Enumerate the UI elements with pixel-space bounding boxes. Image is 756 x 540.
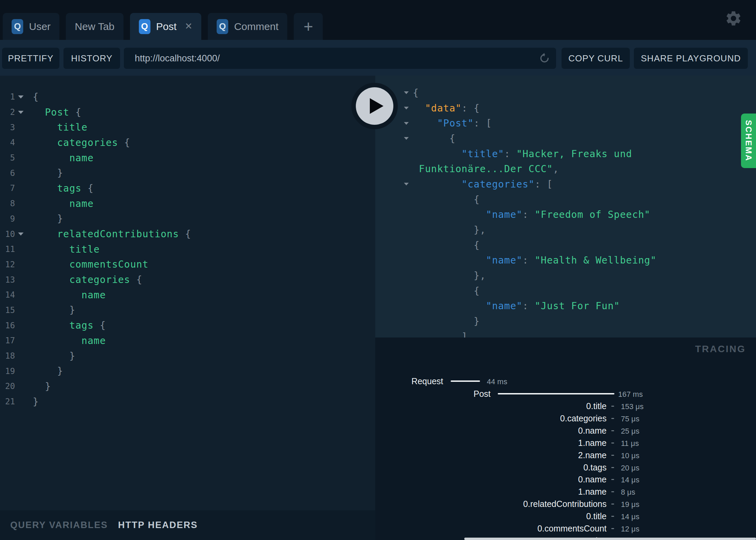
code-text: { <box>375 133 455 144</box>
trace-duration: 44 ms <box>487 377 507 386</box>
tab-label: New Tab <box>75 21 114 32</box>
code-text: categories { <box>33 137 130 148</box>
response-line: ] <box>375 329 756 338</box>
line-number: 21 <box>0 397 15 406</box>
query-editor-lines: 1{2 Post {3 title4 categories {5 name6 }… <box>0 89 375 409</box>
copy-curl-button[interactable]: COPY CURL <box>562 48 630 69</box>
trace-field-row: 0.title153 μs <box>375 401 756 411</box>
reload-endpoint-icon[interactable] <box>538 52 551 64</box>
editor-line: 11 title <box>0 242 375 257</box>
editor-line: 7 tags { <box>0 181 375 196</box>
code-text: categories { <box>33 274 142 285</box>
code-text: } <box>33 167 63 179</box>
trace-dash <box>611 479 614 480</box>
execute-query-button[interactable] <box>351 83 398 129</box>
fold-arrow-icon[interactable] <box>16 111 25 114</box>
query-variables-tab[interactable]: QUERY VARIABLES <box>10 520 108 530</box>
fold-arrow-icon[interactable] <box>403 183 410 185</box>
trace-duration: 153 μs <box>621 402 644 411</box>
history-button[interactable]: HISTORY <box>63 48 120 69</box>
trace-duration: 25 μs <box>621 427 639 436</box>
trace-label: Request <box>375 376 443 386</box>
code-text: } <box>33 381 51 392</box>
fold-arrow-icon[interactable] <box>403 91 410 94</box>
query-editor[interactable]: 1{2 Post {3 title4 categories {5 name6 }… <box>0 76 375 510</box>
trace-duration: 75 μs <box>621 415 639 423</box>
horizontal-scrollbar[interactable] <box>464 538 756 540</box>
trace-field-row: 0.categories75 μs <box>375 413 756 423</box>
fold-arrow-icon[interactable] <box>403 122 410 125</box>
fold-arrow-icon[interactable] <box>403 107 410 109</box>
editor-line: 12 commentsCount <box>0 257 375 272</box>
editor-line: 1{ <box>0 89 375 105</box>
endpoint-url-input[interactable] <box>124 48 556 69</box>
code-text: commentsCount <box>33 259 148 270</box>
editor-line: 21} <box>0 394 375 409</box>
line-number: 12 <box>0 260 15 269</box>
http-headers-tab[interactable]: HTTP HEADERS <box>118 520 198 530</box>
editor-line: 8 name <box>0 196 375 211</box>
fold-arrow-icon[interactable] <box>403 137 410 140</box>
trace-span-row: Request44 ms <box>375 376 756 386</box>
editor-line: 9 } <box>0 211 375 227</box>
line-number: 10 <box>0 229 15 239</box>
response-line: }, <box>375 222 756 238</box>
query-type-badge: Q <box>12 19 23 34</box>
response-line: "data": { <box>375 101 756 116</box>
schema-tab-label: SCHEMA <box>744 120 753 162</box>
response-viewer: { "data": { "Post": [ { "title": "Hacker… <box>375 76 756 338</box>
editor-line: 3 title <box>0 120 375 135</box>
line-number: 13 <box>0 275 15 285</box>
trace-field-row: 0.commentsCount12 μs <box>375 523 756 534</box>
tab-comment[interactable]: QComment <box>208 13 287 40</box>
fold-arrow-icon[interactable] <box>16 95 25 99</box>
query-type-badge: Q <box>139 19 150 34</box>
editor-line: 6 } <box>0 165 375 181</box>
response-line: "Post": [ <box>375 116 756 131</box>
line-number: 9 <box>0 214 15 224</box>
trace-duration: 10 μs <box>621 451 639 460</box>
response-line: "title": "Hacker, Freaks und <box>375 146 756 162</box>
code-text: } <box>33 365 63 377</box>
line-number: 17 <box>0 336 15 345</box>
code-text: { <box>33 91 39 103</box>
code-text: Post { <box>33 107 82 118</box>
tab-new-tab[interactable]: New Tab <box>66 13 123 40</box>
trace-duration: 11 μs <box>621 439 639 448</box>
trace-field-row: 0.name14 μs <box>375 474 756 484</box>
code-text: title <box>33 122 88 133</box>
schema-side-tab[interactable]: SCHEMA <box>741 114 756 168</box>
trace-field-row: 2.name10 μs <box>375 450 756 460</box>
trace-field-row: 0.tags20 μs <box>375 462 756 472</box>
trace-dash <box>611 491 614 492</box>
response-lines: { "data": { "Post": [ { "title": "Hacker… <box>375 85 756 338</box>
settings-gear-icon[interactable] <box>725 10 742 27</box>
tab-user[interactable]: QUser <box>3 13 59 40</box>
tab-post[interactable]: QPost✕ <box>130 13 202 40</box>
new-tab-button[interactable]: + <box>294 13 323 40</box>
trace-span-row: Post167 ms <box>375 389 756 399</box>
tracing-panel: TRACING Request44 msPost167 ms0.title153… <box>375 338 756 540</box>
trace-dash <box>611 430 614 431</box>
tab-label: User <box>29 21 50 32</box>
trace-label: 2.name <box>375 450 607 460</box>
trace-dash <box>611 467 614 468</box>
line-number: 19 <box>0 366 15 376</box>
trace-duration: 8 μs <box>621 488 635 497</box>
code-text: "name": "Health & Wellbeing" <box>375 255 656 266</box>
code-text: ] <box>375 331 468 338</box>
trace-duration: 12 μs <box>621 525 639 534</box>
response-line: "name": "Just For Fun" <box>375 299 756 314</box>
close-tab-icon[interactable]: ✕ <box>185 22 193 31</box>
prettify-button[interactable]: PRETTIFY <box>2 48 59 69</box>
share-playground-button[interactable]: SHARE PLAYGROUND <box>634 48 748 69</box>
code-text: name <box>33 152 94 164</box>
tracing-title: TRACING <box>695 344 746 355</box>
fold-arrow-icon[interactable] <box>16 232 25 236</box>
code-text: "title": "Hacker, Freaks und <box>375 148 632 160</box>
response-line: "name": "Freedom of Speech" <box>375 207 756 223</box>
tab-label: Post <box>156 21 177 32</box>
trace-label: 0.title <box>375 401 607 411</box>
code-text: } <box>33 213 63 224</box>
trace-dash <box>611 455 614 456</box>
